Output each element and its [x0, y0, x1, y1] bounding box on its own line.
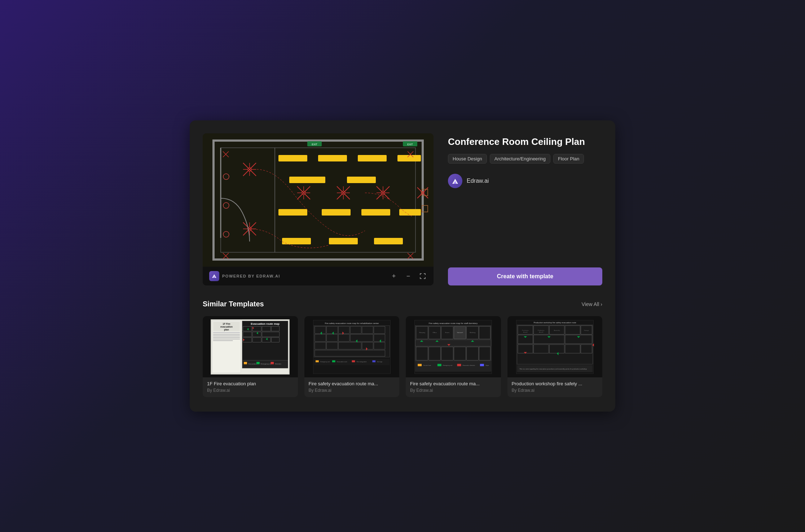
svg-rect-82 [213, 337, 240, 338]
card-thumbnail-1: Fire safety evacuation route map for reh… [304, 316, 400, 377]
card-thumbnail-2: Fire safety evacuation route map for sta… [406, 316, 501, 377]
template-title: Conference Room Ceiling Plan [448, 136, 602, 147]
svg-text:Working: Working [470, 332, 475, 333]
card-author-3: By Edraw.ai [512, 388, 598, 393]
svg-rect-175 [437, 364, 441, 366]
zoom-in-button[interactable]: + [390, 272, 398, 280]
template-card-3[interactable]: Production workshop fire safety evacuati… [507, 316, 603, 397]
svg-text:evacuation: evacuation [220, 325, 233, 328]
card-name-0: 1F Fire evacuation plan [207, 381, 294, 386]
svg-rect-9 [318, 155, 347, 161]
author-name: Edraw.ai [467, 178, 489, 184]
svg-rect-12 [289, 177, 325, 183]
tag-1[interactable]: Architecture/Engineering [490, 154, 550, 164]
svg-text:Production: Production [522, 329, 528, 331]
svg-rect-81 [213, 335, 240, 336]
svg-rect-138 [316, 360, 319, 362]
thumb-svg-3: Production workshop fire safety evacuati… [512, 319, 598, 374]
svg-rect-8 [278, 155, 307, 161]
svg-rect-0 [203, 133, 434, 267]
svg-text:Assembly: Assembly [554, 329, 560, 331]
svg-rect-172 [415, 362, 491, 371]
svg-text:EXIT: EXIT [407, 143, 413, 146]
svg-rect-150 [415, 340, 491, 346]
author-avatar [448, 174, 462, 188]
svg-text:Emergency exit: Emergency exit [320, 361, 330, 363]
similar-header: Similar Templates View All › [203, 300, 602, 308]
svg-text:Signs: Signs [485, 364, 489, 366]
card-name-1: Fire safety evacuation route ma... [309, 381, 395, 386]
svg-rect-80 [213, 334, 240, 334]
view-all-button[interactable]: View All › [582, 301, 602, 307]
author-row: Edraw.ai [448, 174, 602, 188]
svg-text:Emergency exit: Emergency exit [261, 363, 272, 364]
card-info-0: 1F Fire evacuation plan By Edraw.ai [203, 377, 298, 397]
card-info-1: Fire safety evacuation route ma... By Ed… [304, 377, 400, 397]
fullscreen-button[interactable] [418, 272, 427, 280]
thumb-svg-2: Fire safety evacuation route map for sta… [410, 319, 496, 374]
svg-text:Production workshop fire safet: Production workshop fire safety evacuati… [533, 321, 576, 323]
tag-2[interactable]: Floor Plan [553, 154, 584, 164]
svg-text:You are here: You are here [423, 364, 431, 366]
svg-rect-179 [480, 364, 484, 366]
svg-rect-15 [322, 209, 351, 216]
svg-rect-83 [213, 338, 240, 339]
card-thumbnail-0: 1F Fire evacuation plan Evacuation rou [203, 316, 298, 377]
svg-text:Evacuation route: Evacuation route [337, 361, 347, 363]
card-name-2: Fire safety evacuation route ma... [410, 381, 497, 386]
svg-text:Emergency exit: Emergency exit [443, 364, 453, 366]
svg-text:EXIT: EXIT [312, 143, 317, 146]
preview-controls: + − [390, 272, 427, 280]
svg-rect-11 [397, 155, 421, 161]
brand-logo-small [209, 271, 219, 281]
thumb-svg-1: Fire safety evacuation route map for reh… [309, 319, 395, 374]
zoom-out-button[interactable]: − [404, 272, 413, 280]
svg-rect-173 [418, 364, 422, 366]
svg-text:Fire safety evacuation route m: Fire safety evacuation route map for sta… [429, 322, 478, 324]
template-card-2[interactable]: Fire safety evacuation route map for sta… [406, 316, 501, 397]
svg-text:Area A: Area A [523, 332, 528, 333]
svg-text:This is a note regarding the e: This is a note regarding the evacuation … [519, 368, 587, 369]
template-card-1[interactable]: Fire safety evacuation route map for reh… [304, 316, 400, 397]
svg-rect-20 [374, 238, 403, 244]
svg-text:Fire extinguisher: Fire extinguisher [356, 361, 367, 363]
svg-rect-14 [278, 209, 307, 216]
edraw-brand: POWERED BY EDRAW.AI [209, 271, 280, 281]
svg-rect-142 [352, 360, 355, 362]
svg-text:Production: Production [538, 329, 544, 331]
similar-section: Similar Templates View All › [203, 300, 602, 397]
app-container: EXIT EXIT [190, 120, 615, 412]
svg-rect-104 [244, 362, 247, 364]
card-info-3: Production workshop fire safety ... By E… [507, 377, 603, 397]
svg-rect-108 [271, 362, 274, 364]
card-author-1: By Edraw.ai [309, 388, 395, 393]
svg-text:plan: plan [224, 328, 229, 331]
svg-rect-144 [372, 360, 375, 362]
card-info-2: Fire safety evacuation route ma... By Ed… [406, 377, 501, 397]
svg-text:Sleeping: Sleeping [419, 332, 426, 333]
info-panel: Conference Room Ceiling Plan House Desig… [448, 133, 602, 285]
svg-text:Evacuation route map: Evacuation route map [251, 322, 280, 325]
svg-text:Direction: Direction [275, 363, 282, 364]
svg-rect-177 [457, 364, 461, 366]
tag-0[interactable]: House Design [448, 154, 487, 164]
svg-text:Room: Room [445, 332, 450, 333]
svg-rect-140 [332, 360, 335, 362]
svg-text:Area B: Area B [539, 332, 543, 333]
powered-text: POWERED BY EDRAW.AI [222, 274, 280, 278]
template-card-0[interactable]: 1F Fire evacuation plan Evacuation rou [203, 316, 298, 397]
thumb-svg-0: 1F Fire evacuation plan Evacuation rou [207, 319, 293, 374]
svg-text:Exit sign: Exit sign [377, 361, 382, 363]
top-section: EXIT EXIT [203, 133, 602, 285]
templates-grid: 1F Fire evacuation plan Evacuation rou [203, 316, 602, 397]
svg-rect-106 [256, 362, 260, 364]
card-name-3: Production workshop fire safety ... [512, 381, 598, 386]
card-thumbnail-3: Production workshop fire safety evacuati… [507, 316, 603, 377]
preview-panel: EXIT EXIT [203, 133, 434, 285]
svg-text:Your position: Your position [248, 363, 258, 364]
svg-rect-84 [213, 340, 233, 341]
create-with-template-button[interactable]: Create with template [448, 267, 602, 285]
svg-text:Fire safety evacuation route m: Fire safety evacuation route map for reh… [325, 322, 379, 324]
card-author-0: By Edraw.ai [207, 388, 294, 393]
similar-title: Similar Templates [203, 300, 264, 308]
